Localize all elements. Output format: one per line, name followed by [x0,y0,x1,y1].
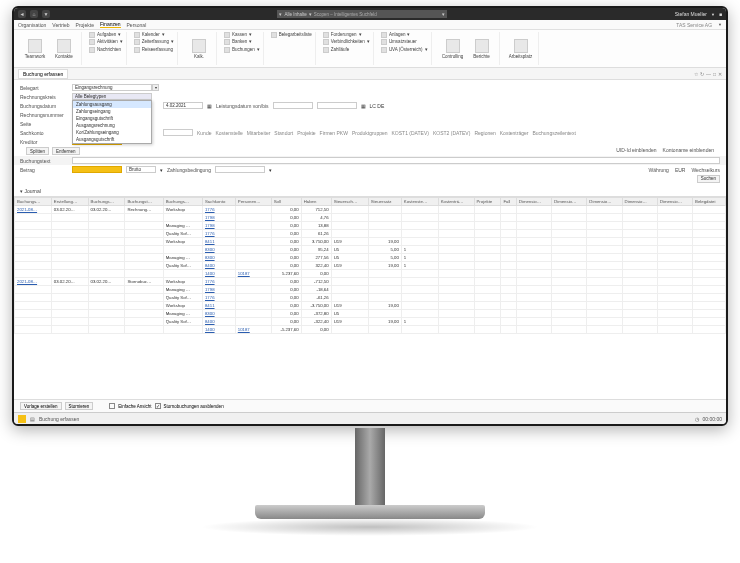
journal-row[interactable]: 17980,004,76 [15,214,726,222]
journal-col-13[interactable]: Projekte [474,198,501,206]
field-brutto[interactable]: Brutto [126,166,156,173]
stornobuchungen-checkbox[interactable] [155,403,161,409]
menu-personal[interactable]: Personal [127,22,147,28]
clock-icon[interactable]: ◷ [695,416,699,422]
global-search[interactable]: ▾ Alle Inhalte ▾ Scopen – Intelligentes … [277,10,447,18]
journal-col-19[interactable]: Dimensio… [657,198,692,206]
journal-col-9[interactable]: Steuersch… [331,198,368,206]
journal-row[interactable]: 1400101875.237,600,00 [15,270,726,278]
ribbon-arbeitsplatz[interactable]: Arbeitsplatz [507,32,535,65]
journal-row[interactable]: 83000,0095,24U55,001 [15,246,726,254]
ribbon-teamwork[interactable]: Teamwork [21,32,49,65]
notification-icon[interactable]: ■ [719,11,722,17]
vorlage-erstellen-button[interactable]: Vorlage erstellen [20,402,62,410]
menu-organisation[interactable]: Organisation [18,22,46,28]
brutto-dropdown-icon[interactable]: ▾ [160,167,163,173]
belegart-dropdown-icon[interactable]: ▾ [152,84,159,91]
ribbon-zeiterfassung[interactable]: Zeiterfassung ▾ [134,39,174,45]
nav-back-button[interactable]: ◄ [18,10,26,18]
journal-col-20[interactable]: Belegdatei [693,198,726,206]
journal-row[interactable]: Managing …17980,0013,88 [15,222,726,230]
ribbon-aktivitaeten[interactable]: Aktivitäten ▾ [89,39,123,45]
journal-col-1[interactable]: Erstellung… [51,198,88,206]
journal-col-10[interactable]: Steuersatz [368,198,401,206]
dd-opt-1[interactable]: Zahlungseingang [73,108,151,115]
uid-einblenden-link[interactable]: UID-Id einblenden [616,147,656,155]
dd-opt-0[interactable]: Zahlungsausgang [73,101,151,108]
close-icon[interactable]: ✕ [718,71,722,77]
field-betrag[interactable] [72,166,122,173]
search-dropdown-icon[interactable]: ▾ [442,12,445,17]
ribbon-forderungen[interactable]: Forderungen ▾ [323,32,370,38]
company-dropdown-icon[interactable]: ▼ [718,22,722,27]
ribbon-uva[interactable]: UVA (Österreich) ▾ [381,47,428,53]
ribbon-anlagen[interactable]: Anlagen ▾ [381,32,428,38]
ribbon-umsatzsteuer[interactable]: Umsatzsteuer [381,39,428,45]
journal-table-container[interactable]: Buchungs…Erstellung…Buchungs…Buchungst…B… [14,196,726,356]
journal-col-16[interactable]: Dimensio… [552,198,587,206]
ribbon-controlling[interactable]: Controlling [439,32,467,65]
journal-col-11[interactable]: Kostenste… [401,198,438,206]
journal-row[interactable]: 2021-08…03.02.20…03.02.20…Stornobuc…Work… [15,278,726,286]
minimize-icon[interactable]: — [706,71,711,77]
field-belegart[interactable]: Eingangsrechnung [72,84,152,91]
journal-row[interactable]: Quality Sof…84000,00322,40U1919,001 [15,262,726,270]
field-buchungsdatum[interactable]: 4.02.2021 [163,102,203,109]
journal-col-0[interactable]: Buchungs… [15,198,52,206]
stornieren-button[interactable]: Stornieren [65,402,94,410]
ribbon-belegarbeitsliste[interactable]: Belegarbeitsliste [271,32,312,38]
journal-row[interactable]: Workshop84110,003.750,00U1919,00 [15,238,726,246]
menu-projekte[interactable]: Projekte [76,22,94,28]
journal-row[interactable]: 2021-08…03.02.20…03.02.20…Rechnung…Works… [15,206,726,214]
tab-buchung-erfassen[interactable]: Buchung erfassen [18,69,68,79]
journal-col-6[interactable]: Personen… [235,198,271,206]
calendar-icon-2[interactable]: ▦ [361,103,366,109]
ribbon-buchungen[interactable]: Buchungen ▾ [224,47,260,53]
entfernen-button[interactable]: Entfernen [52,147,80,155]
ribbon-zahllaeuf[interactable]: Zahlläufe [323,47,370,53]
field-rechnungskreis[interactable]: Alle Belegtypen [72,93,152,100]
journal-col-3[interactable]: Buchungst… [125,198,163,206]
ribbon-reiseerfassung[interactable]: Reiseerfassung [134,47,174,53]
field-leistungsdatum-von[interactable] [273,102,313,109]
menu-vertrieb[interactable]: Vertrieb [52,22,69,28]
dd-opt-2[interactable]: Eingangsgutschrift [73,115,151,122]
journal-col-17[interactable]: Dimensio… [587,198,622,206]
field-zahlungsbedingung[interactable] [215,166,265,173]
journal-col-12[interactable]: Kostenträ… [438,198,474,206]
einfache-ansicht-checkbox[interactable] [109,403,115,409]
journal-col-8[interactable]: Haben [301,198,331,206]
journal-col-18[interactable]: Dimensio… [622,198,657,206]
dd-opt-4[interactable]: Kor/Zahlungseingang [73,129,151,136]
filter-ressource[interactable] [163,129,193,136]
nav-fwd-button[interactable]: ▼ [42,10,50,18]
ribbon-aufgaben[interactable]: Aufgaben ▾ [89,32,123,38]
suchen-button[interactable]: Suchen [697,175,720,183]
user-dropdown-icon[interactable]: ▼ [711,12,715,17]
journal-row[interactable]: Workshop84110,00-3.750,00U1919,00 [15,302,726,310]
field-leistungsdatum-bis[interactable] [317,102,357,109]
calendar-icon[interactable]: ▦ [207,103,212,109]
dd-opt-3[interactable]: Ausgangsrechnung [73,122,151,129]
star-icon[interactable]: ☆ [694,71,698,77]
user-name[interactable]: Stefan Mueller [675,11,707,17]
ribbon-berichte[interactable]: Berichte [468,32,496,65]
journal-row[interactable]: Managing …83000,00-372,80U5 [15,310,726,318]
journal-col-7[interactable]: Soll [271,198,301,206]
kontoname-einblenden-link[interactable]: Kontoname einblenden [663,147,714,155]
ribbon-kalk[interactable]: Kalk. [185,32,213,65]
journal-col-2[interactable]: Buchungs… [88,198,125,206]
journal-row[interactable]: Quality Sof…17760,0061,26 [15,230,726,238]
dd-opt-5[interactable]: Ausgangsgutschrift [73,136,151,143]
menu-finanzen[interactable]: Finanzen [100,21,121,28]
ribbon-kassen[interactable]: Kassen ▾ [224,32,260,38]
ribbon-banken[interactable]: Banken ▾ [224,39,260,45]
journal-row[interactable]: 140010187-5.237,600,00 [15,326,726,334]
journal-row[interactable]: Managing …17980,00-18,64 [15,286,726,294]
journal-row[interactable]: Quality Sof…84000,00-322,40U1919,001 [15,318,726,326]
zb-dropdown-icon[interactable]: ▾ [269,167,272,173]
ribbon-kalender[interactable]: Kalender ▾ [134,32,174,38]
refresh-icon[interactable]: ↻ [700,71,704,77]
splitten-button[interactable]: Splitten [26,147,49,155]
journal-col-14[interactable]: Fall [501,198,516,206]
